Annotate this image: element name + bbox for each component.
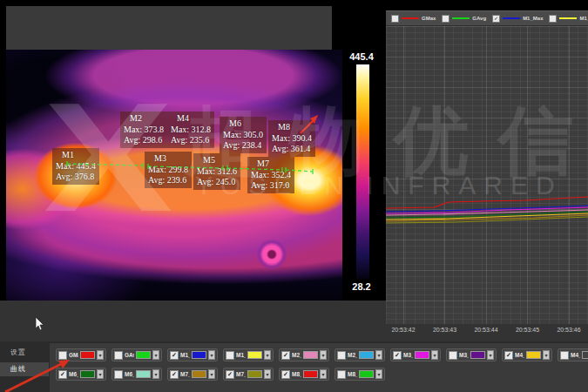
series-chip-m4_max[interactable]: ✓ M4_Max ▾ bbox=[502, 348, 552, 362]
color-dropdown-arrow[interactable]: ▾ bbox=[152, 350, 159, 360]
x-tick-label: 20:53:42 bbox=[391, 327, 415, 333]
series-color-swatch[interactable] bbox=[582, 351, 588, 359]
series-color-swatch[interactable] bbox=[470, 351, 485, 359]
series-checkbox[interactable]: ✓ bbox=[393, 351, 402, 360]
series-checkbox[interactable] bbox=[114, 351, 123, 360]
color-dropdown-arrow[interactable]: ▾ bbox=[97, 350, 104, 360]
series-chip-m3_avg[interactable]: M3_Avg ▾ bbox=[446, 348, 497, 362]
series-chip-m7_max[interactable]: ✓ M7_Max ▾ bbox=[167, 368, 218, 381]
series-color-swatch[interactable] bbox=[303, 351, 318, 359]
region-avg-value: Avg: 376.8 bbox=[56, 172, 96, 183]
color-dropdown-arrow[interactable]: ▾ bbox=[320, 369, 327, 379]
legend-item-m1_max[interactable]: ✓ M1_Max bbox=[492, 15, 543, 23]
region-avg-value: Avg: 361.4 bbox=[272, 144, 312, 155]
series-checkbox[interactable]: ✓ bbox=[170, 370, 179, 379]
color-dropdown-arrow[interactable]: ▾ bbox=[152, 369, 159, 379]
region-avg-value: Avg: 239.6 bbox=[148, 175, 188, 186]
measure-region-m1[interactable]: M1 Max: 445.4 Avg: 376.8 bbox=[52, 148, 99, 185]
series-checkbox[interactable]: ✓ bbox=[170, 351, 179, 360]
x-tick-label: 20:53:45 bbox=[516, 327, 539, 333]
color-dropdown-arrow[interactable]: ▾ bbox=[487, 350, 494, 360]
series-chip-m2_avg[interactable]: M2_Avg ▾ bbox=[335, 348, 385, 362]
colorbar-min-label: 28.2 bbox=[340, 281, 383, 292]
color-dropdown-arrow[interactable]: ▾ bbox=[543, 350, 550, 360]
legend-item-gmax[interactable]: GMax bbox=[391, 15, 436, 23]
series-color-swatch[interactable] bbox=[192, 370, 206, 378]
tab-curves[interactable]: 曲线 bbox=[0, 362, 49, 376]
color-dropdown-arrow[interactable]: ▾ bbox=[431, 350, 438, 360]
legend-checkbox[interactable]: ✓ bbox=[492, 15, 500, 23]
series-color-swatch[interactable] bbox=[247, 351, 262, 359]
series-chip-m7_avg[interactable]: ✓ M7_Avg ▾ bbox=[223, 368, 274, 381]
measure-region-m7[interactable]: M7 Max: 352.4 Avg: 317.0 bbox=[247, 157, 294, 193]
series-checkbox[interactable]: ✓ bbox=[281, 370, 290, 379]
series-checkbox[interactable] bbox=[58, 351, 67, 360]
measure-region-m2[interactable]: M2 Max: 373.8 Avg: 298.6 bbox=[120, 112, 167, 148]
color-dropdown-arrow[interactable]: ▾ bbox=[208, 369, 215, 379]
measure-region-m5[interactable]: M5 Max: 312.6 Avg: 245.0 bbox=[193, 153, 240, 190]
series-checkbox[interactable] bbox=[226, 351, 234, 360]
legend-checkbox[interactable] bbox=[442, 15, 449, 23]
series-color-swatch[interactable] bbox=[192, 351, 206, 359]
series-checkbox[interactable] bbox=[449, 351, 457, 360]
series-chip-m6_max[interactable]: ✓ M6_Max ▾ bbox=[56, 368, 106, 381]
color-dropdown-arrow[interactable]: ▾ bbox=[320, 350, 327, 360]
series-checkbox[interactable] bbox=[560, 351, 569, 360]
series-color-swatch[interactable] bbox=[247, 370, 262, 378]
color-dropdown-arrow[interactable]: ▾ bbox=[375, 369, 382, 379]
series-chip-m3_max[interactable]: ✓ M3_Max ▾ bbox=[390, 348, 441, 362]
series-label: GAvg bbox=[125, 352, 134, 358]
series-checkbox[interactable]: ✓ bbox=[226, 370, 234, 379]
measure-region-m4[interactable]: M4 Max: 312.8 Avg: 235.6 bbox=[167, 112, 214, 148]
color-dropdown-arrow[interactable]: ▾ bbox=[264, 350, 271, 360]
legend-checkbox[interactable] bbox=[391, 15, 399, 23]
series-chip-m4_avg[interactable]: M4_Avg ▾ bbox=[558, 348, 588, 362]
series-chip-gavg[interactable]: GAvg ▾ bbox=[112, 348, 162, 362]
region-max-value: Max: 305.0 bbox=[223, 130, 263, 141]
tab-settings[interactable]: 设置 bbox=[0, 346, 49, 360]
region-max-value: Max: 390.4 bbox=[272, 133, 312, 145]
region-max-value: Max: 299.8 bbox=[148, 165, 188, 176]
series-chip-m2_max[interactable]: ✓ M2_Max ▾ bbox=[279, 348, 329, 362]
series-chip-m1_max[interactable]: ✓ M1_Max ▾ bbox=[167, 348, 218, 362]
region-title: M4 bbox=[171, 113, 211, 125]
chart-plot-area bbox=[386, 26, 588, 324]
series-color-swatch[interactable] bbox=[359, 351, 374, 359]
series-chip-m1_avg[interactable]: M1_Avg ▾ bbox=[223, 348, 274, 362]
series-checkbox[interactable]: ✓ bbox=[504, 351, 513, 360]
legend-color-line bbox=[559, 17, 577, 19]
series-chip-gmax[interactable]: GMax ▾ bbox=[56, 348, 106, 362]
series-color-swatch[interactable] bbox=[415, 351, 429, 359]
measure-region-m3[interactable]: M3 Max: 299.8 Avg: 239.6 bbox=[145, 152, 192, 188]
measure-region-m6[interactable]: M6 Max: 305.0 Avg: 238.4 bbox=[220, 117, 267, 153]
colorbar bbox=[356, 64, 369, 279]
series-color-swatch[interactable] bbox=[136, 351, 151, 359]
legend-item-gavg[interactable]: GAvg bbox=[442, 15, 486, 23]
series-checkbox[interactable]: ✓ bbox=[281, 351, 290, 360]
series-color-swatch[interactable] bbox=[359, 370, 374, 378]
legend-item-m1_avg[interactable]: M1_Avg bbox=[549, 15, 588, 23]
header-bar bbox=[6, 6, 332, 50]
color-dropdown-arrow[interactable]: ▾ bbox=[264, 369, 271, 379]
region-avg-value: Avg: 235.6 bbox=[171, 135, 211, 146]
measure-region-m8[interactable]: M8 Max: 390.4 Avg: 361.4 bbox=[268, 120, 315, 157]
series-chip-m8_avg[interactable]: M8_Avg ▾ bbox=[335, 368, 385, 381]
series-checkbox[interactable] bbox=[337, 351, 346, 360]
series-color-swatch[interactable] bbox=[80, 351, 95, 359]
color-dropdown-arrow[interactable]: ▾ bbox=[208, 350, 215, 360]
x-axis-ticks: 20:53:4220:53:4320:53:4420:53:4520:53:46 bbox=[0, 327, 588, 337]
series-checkbox[interactable] bbox=[337, 370, 346, 379]
region-title: M2 bbox=[124, 113, 164, 125]
color-dropdown-arrow[interactable]: ▾ bbox=[375, 350, 382, 360]
series-checkbox[interactable]: ✓ bbox=[58, 370, 67, 379]
series-color-swatch[interactable] bbox=[80, 370, 95, 378]
series-checkbox[interactable] bbox=[114, 370, 123, 379]
color-dropdown-arrow[interactable]: ▾ bbox=[97, 369, 104, 379]
legend-checkbox[interactable] bbox=[549, 15, 557, 23]
series-chip-m8_max[interactable]: ✓ M8_Max ▾ bbox=[279, 368, 329, 381]
legend-label: M1_Max bbox=[523, 16, 543, 21]
series-color-swatch[interactable] bbox=[136, 370, 151, 378]
series-color-swatch[interactable] bbox=[303, 370, 318, 378]
series-color-swatch[interactable] bbox=[526, 351, 541, 359]
series-chip-m6_avg[interactable]: M6_Avg ▾ bbox=[112, 368, 162, 381]
